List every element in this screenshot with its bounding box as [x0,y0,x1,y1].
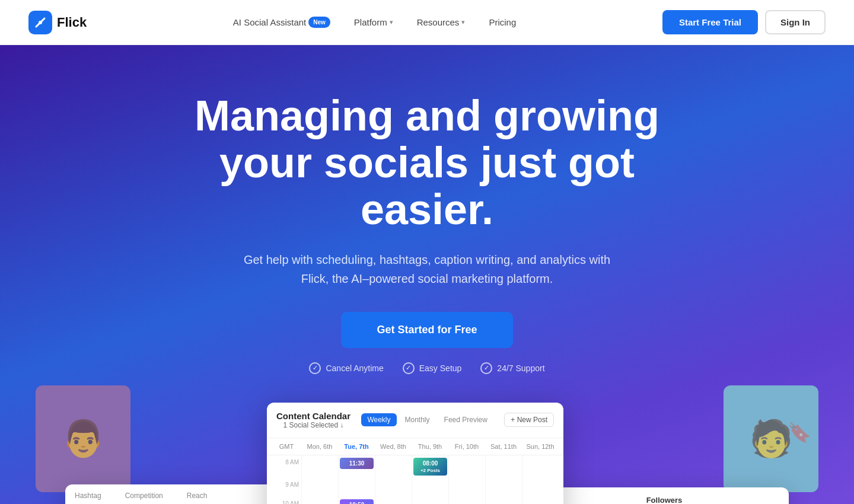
start-free-trial-button[interactable]: Start Free Trial [662,10,758,34]
calendar-post[interactable]: 11:30 [340,458,374,469]
profile-image-left: 👨 [36,385,130,492]
sign-in-button[interactable]: Sign In [765,10,826,34]
calendar-cell: 10:50 [338,497,375,504]
calendar-cell: 08:00+2 Posts [412,455,448,478]
calendar-post[interactable]: 08:00+2 Posts [413,458,447,476]
profile-image-right: 🧑 🔖 [724,385,818,492]
tab-monthly[interactable]: Monthly [399,413,436,426]
nav-pricing[interactable]: Pricing [479,12,525,32]
calendar-cell [448,455,485,478]
navbar: Flick AI Social Assistant New Platform ▾… [0,0,854,45]
calendar-tabs: Weekly Monthly Feed Preview [361,413,493,426]
hero-section: Managing and growing your socials just g… [0,45,854,504]
nav-platform[interactable]: Platform ▾ [345,12,403,32]
calendar-header: Content Calendar 1 Social Selected ↓ Wee… [267,403,563,438]
badge-setup: ✓ Easy Setup [403,362,462,374]
brand-logo[interactable]: Flick [28,11,87,34]
nav-social-assistant[interactable]: AI Social Assistant New [224,12,340,33]
check-icon: ✓ [403,362,415,374]
analytics-panel: Followers [540,487,789,504]
bookmark-icon: 🔖 [788,421,811,444]
calendar-cell [301,497,338,504]
calendar-cell [522,455,559,478]
calendar-cell [448,478,485,497]
tab-weekly[interactable]: Weekly [361,413,396,426]
calendar-cell [338,478,375,497]
brand-name: Flick [57,15,87,30]
chevron-down-icon: ▾ [390,18,393,26]
calendar-cell [522,497,559,504]
screenshots-row: Hashtag Competition Reach balancedmeals … [24,403,830,504]
calendar-cell [412,497,448,504]
calendar-cell [301,478,338,497]
badge-cancel: ✓ Cancel Anytime [309,362,383,374]
calendar-cell [375,478,412,497]
logo-icon [28,11,52,34]
nav-links: AI Social Assistant New Platform ▾ Resou… [224,12,525,33]
check-icon: ✓ [480,362,492,374]
content-calendar: Content Calendar 1 Social Selected ↓ Wee… [267,403,563,504]
get-started-button[interactable]: Get Started for Free [341,312,512,348]
svg-point-0 [39,21,42,24]
calendar-cell [448,497,485,504]
calendar-cell [485,497,522,504]
new-post-button[interactable]: + New Post [504,413,554,427]
calendar-post[interactable]: 10:50 [340,499,374,504]
tab-feed-preview[interactable]: Feed Preview [438,413,493,426]
nav-resources[interactable]: Resources ▾ [407,12,475,32]
profile-avatar-left: 👨 [36,385,130,492]
calendar-cell: 11:30 [338,455,375,478]
calendar-cell [301,455,338,478]
hashtag-panel: Hashtag Competition Reach balancedmeals … [65,484,291,504]
calendar-cell [522,478,559,497]
calendar-grid-header: GMT Mon, 6th Tue, 7th Wed, 8th Thu, 9th … [267,438,563,455]
calendar-cell [485,478,522,497]
hero-title: Managing and growing your socials just g… [184,92,670,234]
nav-actions: Start Free Trial Sign In [662,10,826,34]
hashtag-header: Hashtag Competition Reach [65,484,291,504]
calendar-cell [375,497,412,504]
badge-support: ✓ 24/7 Support [480,362,544,374]
calendar-cell [485,455,522,478]
hero-badges: ✓ Cancel Anytime ✓ Easy Setup ✓ 24/7 Sup… [309,362,544,374]
calendar-cell [412,478,448,497]
calendar-grid-body: 8 AM 11:30 08:00+2 Posts 9 AM [267,455,563,504]
hero-subtitle: Get help with scheduling, hashtags, capt… [231,250,623,288]
check-icon: ✓ [309,362,321,374]
analytics-header: Followers [540,487,789,504]
calendar-cell [375,455,412,478]
chevron-down-icon: ▾ [461,18,465,26]
